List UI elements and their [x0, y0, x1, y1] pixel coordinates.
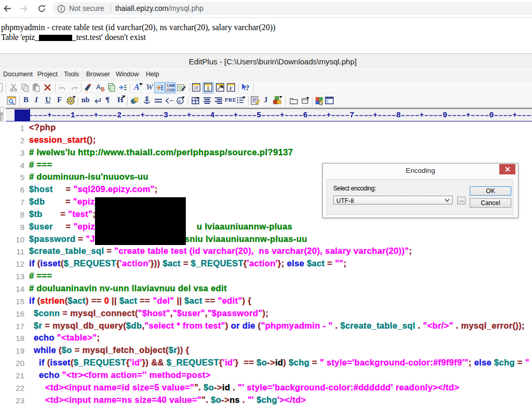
svg-text:F: F — [229, 86, 233, 91]
svg-text:?: ? — [245, 84, 250, 92]
svg-text:c: c — [179, 99, 181, 104]
